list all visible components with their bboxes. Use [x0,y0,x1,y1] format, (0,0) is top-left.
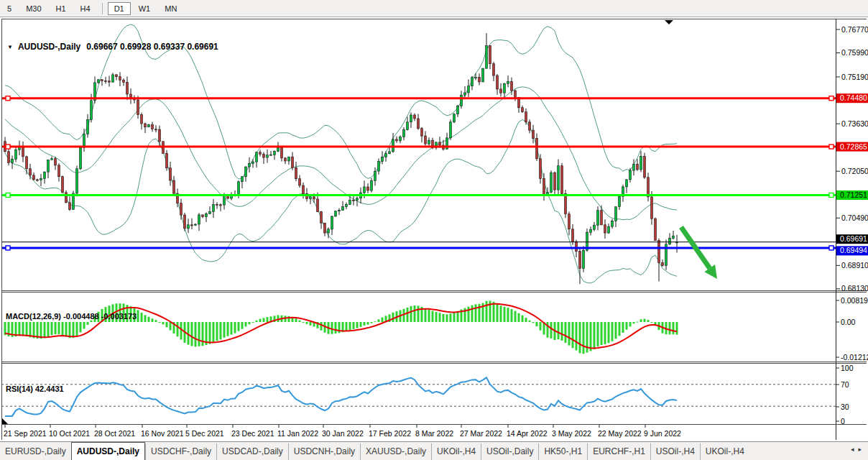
symbol-tab-EURUSD-Daily[interactable]: EURUSD-,Daily [0,443,71,460]
candle-bearish [313,197,315,199]
hline-left-handle-0.72865[interactable] [6,144,10,149]
candle-bearish [493,64,495,75]
macd-histogram-bar [601,322,603,345]
chart-background [0,17,868,441]
candle-bearish [155,129,157,130]
symbol-tab-USOil-Daily[interactable]: USOil-,Daily [481,443,538,460]
chart-canvas[interactable]: 0.767700.759900.751900.736300.720500.704… [0,17,868,441]
date-tick-label: 5 Dec 2021 [185,429,224,438]
timeframe-button-H4[interactable]: H4 [74,2,97,15]
symbol-tab-XAUUSD-Daily[interactable]: XAUUSD-,Daily [360,443,431,460]
timeframe-button-5[interactable]: 5 [1,2,18,15]
macd-histogram-bar [303,322,305,323]
candle-bearish [500,89,502,93]
hline-right-handle-0.69494[interactable] [829,246,834,250]
chart-area: 0.767700.759900.751900.736300.720500.704… [0,17,868,441]
candle-bullish [241,177,244,182]
candle-bearish [152,125,154,129]
macd-histogram-bar [223,322,226,338]
macd-histogram-bar [626,322,628,330]
tab-scroll-right-icon[interactable]: ▸ [858,446,866,453]
symbol-tab-AUDUSD-Daily[interactable]: AUDUSD-,Daily [71,442,145,460]
macd-histogram-bar [453,313,456,322]
candle-bullish [195,224,197,225]
price-badge-0.69691: 0.69691 [836,234,868,244]
macd-histogram-bar [285,316,287,322]
macd-histogram-bar [94,316,96,322]
timeframe-button-MN[interactable]: MN [158,2,183,15]
timeframe-button-D1[interactable]: D1 [108,2,131,15]
macd-histogram-bar [356,322,359,328]
candle-bearish [119,77,121,80]
candle-bearish [572,229,574,242]
price-badge-0.71251: 0.71251 [836,190,868,200]
macd-histogram-bar [647,320,650,322]
hline-left-handle-0.71251[interactable] [6,193,10,198]
candle-bullish [464,93,466,95]
macd-histogram-bar [629,322,632,326]
symbol-tab-HK50-H1[interactable]: HK50-,H1 [538,443,587,460]
candle-bearish [543,179,545,195]
macd-histogram-bar [299,321,301,322]
candle-bullish [475,78,477,78]
candle-bullish [252,162,254,163]
macd-histogram-bar [259,319,262,322]
macd-histogram-bar [51,322,53,335]
candle-bullish [504,83,506,93]
symbol-tab-UKOil-H4[interactable]: UKOil-,H4 [431,443,481,460]
candle-bullish [669,238,671,244]
macd-histogram-bar [471,305,474,322]
macd-histogram-bar [446,314,448,322]
macd-histogram-bar [364,322,366,326]
macd-histogram-bar [198,322,200,346]
symbol-tab-USOil-H4[interactable]: USOil-,H4 [650,443,700,460]
candle-bullish [640,157,642,170]
hline-right-handle-0.74480[interactable] [829,96,834,101]
candle-bearish [554,172,556,190]
hline-right-handle-0.71251[interactable] [829,193,834,198]
macd-histogram-bar [651,322,653,323]
candle-bearish [561,166,563,194]
candle-bullish [590,229,592,232]
candle-bullish [633,164,635,170]
candle-bearish [540,159,542,179]
candle-bullish [629,170,632,180]
hline-left-handle-0.74480[interactable] [6,96,10,101]
macd-histogram-bar [29,322,32,337]
symbol-tab-UKOil-H4[interactable]: UKOil-,H4 [700,443,749,460]
timeframe-button-H1[interactable]: H1 [50,2,73,15]
timeframe-button-W1[interactable]: W1 [132,2,157,15]
macd-histogram-bar [414,305,416,322]
candle-bearish [116,75,118,77]
macd-histogram-bar [410,306,412,322]
price-badge-label: 0.72865 [840,142,867,151]
candle-bullish [356,198,359,201]
candle-bearish [126,83,129,95]
macd-histogram-bar [644,319,646,322]
macd-histogram-bar [371,322,373,323]
candle-bullish [558,166,560,190]
hline-left-handle-0.69494[interactable] [6,246,10,250]
candle-bearish [439,142,441,145]
candle-bearish [202,215,204,217]
candle-bullish [11,159,14,162]
symbol-tab-USDCHF-Daily[interactable]: USDCHF-,Daily [145,443,216,460]
candle-bullish [403,130,405,137]
tab-scroll-left-icon[interactable]: ◂ [851,446,859,453]
candle-bullish [91,101,93,120]
macd-histogram-bar [234,322,236,334]
candle-bearish [299,179,301,185]
candle-bullish [407,122,409,130]
candle-bullish [40,178,42,180]
hline-right-handle-0.72865[interactable] [829,144,834,149]
timeframe-button-M30[interactable]: M30 [19,2,47,15]
symbol-tab-EURCHF-H1[interactable]: EURCHF-,H1 [587,443,650,460]
macd-histogram-bar [525,318,527,322]
candle-bullish [256,152,258,162]
macd-histogram-bar [597,322,599,346]
symbol-tab-USDCNH-Daily[interactable]: USDCNH-,Daily [288,443,360,460]
macd-histogram-bar [561,322,563,341]
macd-histogram-bar [576,322,578,351]
symbol-tab-USDCAD-Daily[interactable]: USDCAD-,Daily [216,443,288,460]
macd-histogram-bar [432,311,434,322]
